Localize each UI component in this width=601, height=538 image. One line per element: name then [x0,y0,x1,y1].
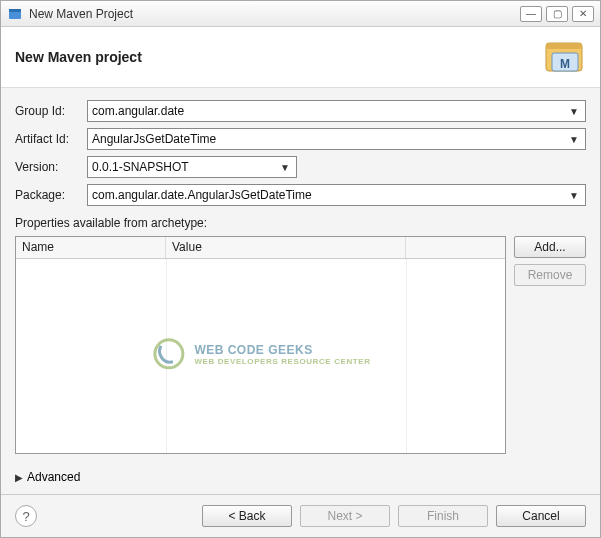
watermark: WEB CODE GEEKS WEB DEVELOPERS RESOURCE C… [150,336,370,372]
column-header-name[interactable]: Name [16,237,166,258]
table-header: Name Value [16,237,505,259]
chevron-down-icon: ▼ [567,134,581,145]
svg-point-6 [154,340,182,368]
column-header-spacer [406,237,505,258]
dialog-footer: ? < Back Next > Finish Cancel [1,494,600,537]
package-label: Package: [15,188,81,202]
add-button[interactable]: Add... [514,236,586,258]
watermark-main: WEB CODE GEEKS [194,342,312,356]
artifact-id-row: Artifact Id: AngularJsGetDateTime ▼ [15,128,586,150]
group-id-value: com.angular.date [92,104,567,118]
window-controls: — ▢ ✕ [520,6,594,22]
chevron-down-icon: ▼ [567,190,581,201]
group-id-input[interactable]: com.angular.date ▼ [87,100,586,122]
group-id-label: Group Id: [15,104,81,118]
app-icon [7,6,23,22]
minimize-button[interactable]: — [520,6,542,22]
maven-icon: M [542,37,586,77]
properties-table[interactable]: Name Value WEB CODE GEEKS WEB DEVELOPERS… [15,236,506,454]
version-row: Version: 0.0.1-SNAPSHOT ▼ [15,156,586,178]
dialog-title: New Maven project [15,49,542,65]
group-id-row: Group Id: com.angular.date ▼ [15,100,586,122]
artifact-id-input[interactable]: AngularJsGetDateTime ▼ [87,128,586,150]
finish-button: Finish [398,505,488,527]
chevron-down-icon: ▼ [278,162,292,173]
svg-rect-1 [9,9,21,12]
properties-area: Name Value WEB CODE GEEKS WEB DEVELOPERS… [15,236,586,454]
package-row: Package: com.angular.date.AngularJsGetDa… [15,184,586,206]
svg-text:M: M [560,57,570,71]
artifact-id-label: Artifact Id: [15,132,81,146]
watermark-sub: WEB DEVELOPERS RESOURCE CENTER [194,356,370,365]
cancel-button[interactable]: Cancel [496,505,586,527]
side-buttons: Add... Remove [514,236,586,454]
advanced-label: Advanced [27,470,80,484]
package-input[interactable]: com.angular.date.AngularJsGetDateTime ▼ [87,184,586,206]
package-value: com.angular.date.AngularJsGetDateTime [92,188,567,202]
svg-rect-3 [546,43,582,49]
window-title: New Maven Project [29,7,520,21]
maximize-button[interactable]: ▢ [546,6,568,22]
triangle-right-icon: ▶ [15,472,23,483]
next-button: Next > [300,505,390,527]
table-body[interactable]: WEB CODE GEEKS WEB DEVELOPERS RESOURCE C… [16,259,505,453]
back-button[interactable]: < Back [202,505,292,527]
column-header-value[interactable]: Value [166,237,406,258]
dialog-content: Group Id: com.angular.date ▼ Artifact Id… [1,88,600,494]
dialog-header: New Maven project M [1,27,600,88]
close-button[interactable]: ✕ [572,6,594,22]
version-input[interactable]: 0.0.1-SNAPSHOT ▼ [87,156,297,178]
titlebar: New Maven Project — ▢ ✕ [1,1,600,27]
help-button[interactable]: ? [15,505,37,527]
properties-section-label: Properties available from archetype: [15,216,586,230]
version-label: Version: [15,160,81,174]
dialog-window: New Maven Project — ▢ ✕ New Maven projec… [0,0,601,538]
version-value: 0.0.1-SNAPSHOT [92,160,278,174]
artifact-id-value: AngularJsGetDateTime [92,132,567,146]
remove-button: Remove [514,264,586,286]
chevron-down-icon: ▼ [567,106,581,117]
advanced-disclosure[interactable]: ▶ Advanced [15,470,586,484]
